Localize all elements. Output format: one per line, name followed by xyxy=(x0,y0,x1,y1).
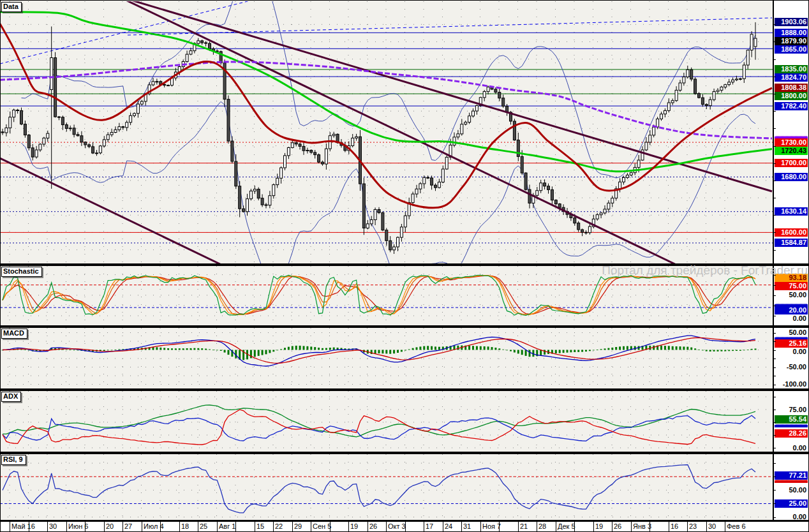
time-axis-tick xyxy=(66,522,67,532)
stochastic-scale-label: 0.00 xyxy=(775,314,808,323)
scale-tick xyxy=(773,146,776,147)
grid xyxy=(0,1,773,520)
rsi-panel xyxy=(0,465,773,513)
time-axis-tick xyxy=(367,522,368,532)
panel-button-data[interactable]: Data xyxy=(1,2,22,12)
time-axis-label: Авг 1 xyxy=(219,522,235,530)
time-axis-label: 17 xyxy=(426,522,433,530)
time-axis-tick xyxy=(292,522,293,532)
scale-tick xyxy=(773,128,776,129)
trading-chart-window: Data Stochastic MACD ADX RSI, 9 Портал д… xyxy=(0,0,809,532)
panel-button-rsi[interactable]: RSI, 9 xyxy=(1,455,26,465)
time-axis-label: 28 xyxy=(538,522,546,530)
scale-tick xyxy=(773,367,776,368)
time-axis-label: Окт 3 xyxy=(388,522,406,530)
stochastic-scale-label: 93.18 xyxy=(775,274,808,282)
time-axis-tick xyxy=(104,522,105,532)
macd-scale-label: 25.16 xyxy=(775,339,808,348)
time-axis-label: 21 xyxy=(520,522,528,530)
time-axis-label: 26 xyxy=(369,522,377,530)
panel-divider xyxy=(0,325,809,328)
time-axis-label: Янв 3 xyxy=(633,522,651,530)
price-scale-label: 1700.00 xyxy=(775,159,808,167)
price-scale-label: 1865.00 xyxy=(775,45,808,54)
adx-panel xyxy=(3,405,755,445)
time-axis-tick xyxy=(443,522,443,532)
scale-tick xyxy=(773,306,776,306)
time-axis-tick xyxy=(518,522,519,532)
candlesticks xyxy=(1,22,757,254)
price-scale-label: 1584.87 xyxy=(775,239,808,247)
time-axis-tick xyxy=(122,522,123,532)
time-axis-label: Июл 4 xyxy=(144,522,164,530)
rsi-scale-label: 25.00 xyxy=(775,499,808,508)
stochastic-panel xyxy=(0,275,773,315)
ma-green xyxy=(0,12,772,172)
time-axis-tick xyxy=(142,522,142,532)
scale-tick xyxy=(773,463,776,464)
time-axis-label: Июн 6 xyxy=(68,522,88,530)
panel-button-stochastic[interactable]: Stochastic xyxy=(1,267,42,277)
scale-tick xyxy=(773,59,776,60)
scale-tick xyxy=(773,490,776,491)
scale-tick xyxy=(773,77,776,77)
scale-tick xyxy=(773,422,776,423)
scale-tick xyxy=(773,232,776,233)
time-axis-label: Ноя 7 xyxy=(482,522,501,530)
time-axis[interactable]: Май 1630Июн 62027Июл 41825Авг 1152229Сен… xyxy=(0,522,809,532)
time-axis-tick xyxy=(480,522,481,532)
scale-tick xyxy=(773,181,776,181)
price-scale-label: 1782.40 xyxy=(775,102,808,110)
macd-scale-label: -100.00 xyxy=(775,380,808,388)
scale-tick xyxy=(773,358,776,359)
time-axis-label: Май 16 xyxy=(11,522,35,530)
scale-tick xyxy=(773,250,776,251)
scale-tick xyxy=(773,435,776,436)
time-axis-label: 19 xyxy=(595,522,603,530)
time-axis-label: 20 xyxy=(106,522,114,530)
time-axis-tick xyxy=(47,522,48,532)
scale-tick xyxy=(773,410,776,410)
time-axis-tick xyxy=(687,522,688,532)
price-scale-label: 1720.43 xyxy=(775,147,808,155)
stochastic-scale-label: 20.00 xyxy=(775,306,808,314)
time-axis-label: Сен 5 xyxy=(313,522,331,530)
time-axis-tick xyxy=(273,522,274,532)
time-axis-tick xyxy=(631,522,632,532)
price-scale-label: 1879.90 xyxy=(775,37,808,45)
panel-divider xyxy=(0,388,809,391)
time-axis-tick xyxy=(612,522,612,532)
scale-tick xyxy=(773,517,776,518)
time-axis-tick xyxy=(10,522,10,532)
chart-canvas[interactable] xyxy=(0,0,773,522)
time-axis-tick xyxy=(348,522,349,532)
panel-button-macd[interactable]: MACD xyxy=(1,329,27,339)
time-axis-label: 18 xyxy=(181,522,189,530)
adx-scale-label: 55.54 xyxy=(775,415,808,424)
time-axis-tick xyxy=(537,522,537,532)
time-axis-tick xyxy=(556,522,556,532)
scale-tick xyxy=(773,41,776,42)
time-axis-tick xyxy=(669,522,669,532)
time-axis-label: 29 xyxy=(294,522,302,530)
ma-darkred xyxy=(0,24,772,208)
scale-tick xyxy=(773,198,776,198)
time-axis-label: 30 xyxy=(49,522,57,530)
stochastic-scale-label: 75.00 xyxy=(775,282,808,290)
price-scale-label: 1730.00 xyxy=(775,138,808,147)
time-axis-label: Дек 5 xyxy=(558,522,575,530)
panel-divider xyxy=(0,263,809,266)
rsi-scale-label: 77.21 xyxy=(775,471,808,480)
price-scale-label: 1800.00 xyxy=(775,92,808,100)
scale-tick xyxy=(773,397,776,397)
panel-button-adx[interactable]: ADX xyxy=(1,392,21,402)
scale-tick xyxy=(773,503,776,504)
price-scale-label: 1824.70 xyxy=(775,73,808,82)
price-panel xyxy=(0,0,773,286)
macd-scale-label: -50.00 xyxy=(775,363,808,371)
stochastic-scale-label: 50.00 xyxy=(775,291,808,299)
price-scale-label: 1600.00 xyxy=(775,228,808,237)
left-edge xyxy=(0,0,1,532)
time-axis-label: 25 xyxy=(200,522,207,530)
time-axis-label: 23 xyxy=(689,522,697,530)
